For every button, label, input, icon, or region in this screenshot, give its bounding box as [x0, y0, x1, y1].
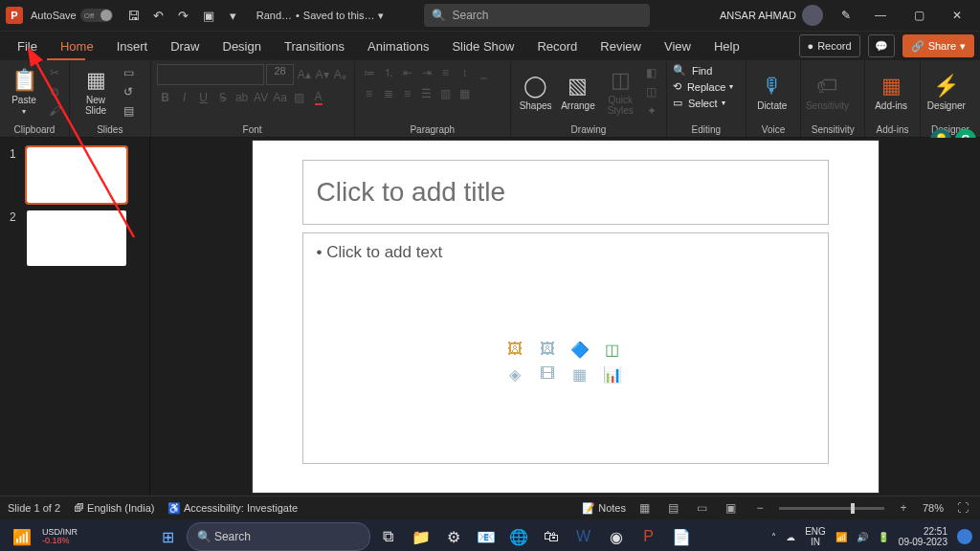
section-icon[interactable]: ▤	[120, 102, 137, 120]
insert-table-icon[interactable]: ▦	[570, 364, 590, 384]
insert-picture-icon[interactable]: 🖼	[538, 340, 557, 359]
tab-insert[interactable]: Insert	[105, 32, 160, 60]
paste-button[interactable]: 📋 Paste ▾	[6, 64, 42, 120]
store-icon[interactable]: 🛍	[537, 522, 566, 551]
language-button[interactable]: 🗊 English (India)	[74, 502, 154, 514]
insert-chart-icon[interactable]: 📊	[603, 364, 622, 384]
maximize-button[interactable]: ▢	[900, 0, 938, 31]
redo-icon[interactable]: ↷	[172, 4, 195, 27]
record-button[interactable]: ● Record	[799, 34, 860, 57]
tray-chevron-icon[interactable]: ˄	[771, 532, 776, 542]
font-color-icon[interactable]: A	[310, 89, 327, 106]
zoom-slider[interactable]	[779, 507, 884, 510]
tray-onedrive-icon[interactable]: ☁	[786, 532, 795, 542]
undo-icon[interactable]: ↶	[147, 4, 170, 27]
underline-icon[interactable]: U	[195, 89, 212, 106]
increase-indent-icon[interactable]: ⇥	[418, 64, 435, 81]
zoom-in-icon[interactable]: +	[894, 499, 913, 517]
sensitivity-button[interactable]: 🏷 Sensitivity	[807, 64, 847, 120]
decrease-font-icon[interactable]: A▾	[314, 66, 330, 83]
insert-icon-icon[interactable]: 🔷	[570, 340, 590, 359]
justify-icon[interactable]: ☰	[418, 85, 435, 102]
wifi-icon[interactable]: 📶	[835, 532, 847, 542]
quick-styles-button[interactable]: ◫ Quick Styles	[602, 64, 639, 120]
comments-button[interactable]: 💬	[868, 34, 895, 57]
insert-smartart-icon[interactable]: ◫	[603, 340, 622, 359]
tab-record[interactable]: Record	[525, 32, 589, 60]
tab-home[interactable]: Home	[49, 32, 105, 60]
normal-view-icon[interactable]: ▦	[635, 499, 655, 517]
slideshow-view-icon[interactable]: ▣	[722, 499, 741, 517]
clock[interactable]: 22:51 09-09-2023	[899, 526, 947, 547]
share-button[interactable]: 🔗 Share ▾	[902, 34, 974, 57]
word-icon[interactable]: W	[569, 522, 598, 551]
task-view-icon[interactable]: ⧉	[374, 522, 403, 551]
align-right-icon[interactable]: ≡	[399, 85, 416, 102]
select-button[interactable]: ▭Select▾	[673, 97, 733, 109]
shadow-icon[interactable]: ab	[234, 89, 251, 106]
widgets-button[interactable]: 📶	[8, 522, 36, 551]
text-direction-icon[interactable]: ↕	[457, 64, 474, 81]
taskbar-search[interactable]: 🔍 Search	[187, 522, 370, 551]
char-spacing-icon[interactable]: AV	[253, 89, 270, 106]
line-spacing-icon[interactable]: ≡	[437, 64, 455, 81]
zoom-level[interactable]: 78%	[923, 502, 944, 514]
decrease-indent-icon[interactable]: ⇤	[399, 64, 416, 81]
from-beginning-icon[interactable]: ▣	[197, 4, 220, 27]
align-center-icon[interactable]: ≣	[380, 85, 397, 102]
increase-font-icon[interactable]: A▴	[296, 66, 312, 83]
start-button[interactable]: ⊞	[154, 522, 183, 551]
mail-icon[interactable]: 📧	[472, 522, 501, 551]
reset-icon[interactable]: ↺	[120, 83, 137, 100]
sorter-view-icon[interactable]: ▤	[664, 499, 683, 517]
drawpad-icon[interactable]: ✎	[833, 9, 859, 22]
close-button[interactable]: ✕	[938, 0, 976, 31]
settings-icon[interactable]: ⚙	[439, 522, 468, 551]
autosave-toggle[interactable]: AutoSave Off	[31, 9, 113, 22]
volume-icon[interactable]: 🔊	[857, 532, 868, 542]
font-family-select[interactable]	[157, 64, 264, 85]
accessibility-button[interactable]: ♿ Accessibility: Investigate	[167, 502, 298, 515]
align-left-icon[interactable]: ≡	[361, 85, 378, 102]
tab-file[interactable]: File	[6, 32, 49, 60]
notepad-icon[interactable]: 📄	[667, 522, 696, 551]
align-text-icon[interactable]: ⎯	[476, 64, 493, 81]
content-placeholder[interactable]: • Click to add text 🖼 🖼 🔷 ◫ ◈ 🎞 ▦ 📊	[302, 232, 829, 464]
clear-formatting-icon[interactable]: Aᵩ	[332, 66, 348, 83]
shape-fill-icon[interactable]: ◧	[643, 64, 660, 81]
new-slide-button[interactable]: ▦ New Slide	[76, 64, 116, 120]
thumbnail-2[interactable]: 2	[0, 207, 149, 270]
copy-icon[interactable]: ⧉	[46, 83, 63, 100]
zoom-out-icon[interactable]: −	[750, 499, 769, 517]
fit-to-window-icon[interactable]: ⛶	[953, 499, 972, 517]
strikethrough-icon[interactable]: S̶	[214, 89, 232, 106]
minimize-button[interactable]: ―	[861, 0, 900, 31]
tab-review[interactable]: Review	[589, 32, 653, 60]
font-size-select[interactable]: 28	[266, 64, 295, 85]
title-placeholder[interactable]: Click to add title	[302, 160, 829, 225]
chrome-icon[interactable]: ◉	[602, 522, 631, 551]
numbering-icon[interactable]: ⒈	[380, 64, 397, 81]
bullets-icon[interactable]: ≔	[361, 64, 378, 81]
notes-button[interactable]: 📝 Notes	[582, 502, 626, 515]
addins-button[interactable]: ▦ Add-ins	[871, 64, 911, 120]
tab-transitions[interactable]: Transitions	[273, 32, 356, 60]
shape-effects-icon[interactable]: ✦	[643, 102, 660, 120]
battery-icon[interactable]: 🔋	[878, 532, 889, 542]
highlight-icon[interactable]: ▨	[291, 89, 308, 106]
cut-icon[interactable]: ✂	[46, 64, 63, 81]
insert-3d-icon[interactable]: ◈	[505, 364, 524, 384]
dictate-button[interactable]: 🎙 Dictate	[752, 64, 792, 120]
replace-button[interactable]: ⟲Replace▾	[673, 80, 733, 93]
qa-more-icon[interactable]: ▾	[222, 4, 245, 27]
slide-canvas[interactable]: Click to add title • Click to add text 🖼…	[253, 141, 879, 493]
columns-icon[interactable]: ▥	[437, 85, 455, 102]
edge-icon[interactable]: 🌐	[504, 522, 533, 551]
arrange-button[interactable]: ▧ Arrange	[558, 64, 597, 120]
search-input[interactable]: 🔍 Search	[424, 4, 650, 27]
format-painter-icon[interactable]: 🖌	[46, 102, 63, 120]
powerpoint-icon[interactable]: P	[635, 522, 663, 551]
save-icon[interactable]: 🖫	[122, 4, 145, 27]
bold-icon[interactable]: B	[157, 89, 174, 106]
insert-stock-icon[interactable]: 🖼	[505, 340, 524, 359]
